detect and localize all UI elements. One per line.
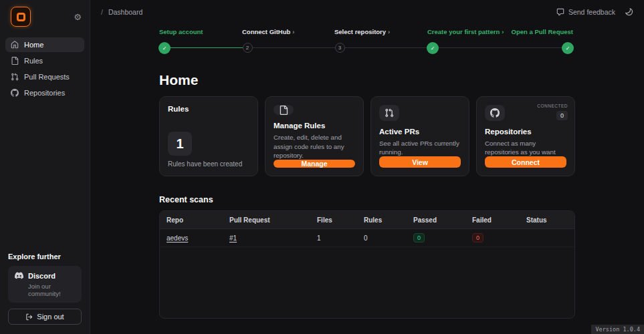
moon-icon xyxy=(625,7,633,16)
view-button[interactable]: View xyxy=(379,156,461,168)
column-header-repo: Repo xyxy=(167,216,229,224)
settings-gear-icon[interactable]: ⚙ xyxy=(74,13,82,21)
failed-badge: 0 xyxy=(472,233,484,242)
repositories-desc: Connect as many repositories as you want xyxy=(485,139,566,156)
breadcrumb: / Dashboard xyxy=(101,8,142,16)
repo-link[interactable]: aedevs xyxy=(167,234,188,242)
sidebar-item-label: Repositories xyxy=(24,89,65,97)
discord-subtitle: Join our community! xyxy=(15,283,75,297)
sidebar-item-rules[interactable]: Rules xyxy=(5,53,84,68)
dashboard-cards: Rules 1 Rules have been created Manage R… xyxy=(159,96,575,176)
breadcrumb-dashboard[interactable]: Dashboard xyxy=(108,8,142,16)
explore-further-heading: Explore further xyxy=(8,253,82,261)
rules-card-title: Rules xyxy=(168,105,249,113)
send-feedback-button[interactable]: Send feedback xyxy=(556,8,615,16)
onboarding-stepper: Setup account Connect GitHub› Select rep… xyxy=(159,28,575,57)
step-label-setup-account[interactable]: Setup account xyxy=(159,28,205,35)
version-label: Version 1.0.4 xyxy=(591,325,644,334)
topbar: / Dashboard Send feedback xyxy=(90,0,644,19)
discord-icon xyxy=(15,271,23,280)
stepper-track-complete xyxy=(165,47,247,48)
github-icon-box xyxy=(485,105,505,121)
github-icon xyxy=(11,89,19,97)
connected-indicator: CONNECTED 0 xyxy=(537,104,568,120)
connected-count-badge: 0 xyxy=(556,111,568,120)
sidebar-item-repositories[interactable]: Repositories xyxy=(5,86,84,100)
sign-out-icon xyxy=(25,313,33,321)
pull-request-icon xyxy=(385,108,394,118)
files-cell: 1 xyxy=(317,234,364,242)
pull-request-link[interactable]: #1 xyxy=(229,234,237,242)
breadcrumb-separator: / xyxy=(101,8,103,16)
table-header-row: Repo Pull Request Files Rules Passed Fai… xyxy=(160,211,574,229)
rules-stat-card: Rules 1 Rules have been created xyxy=(159,96,258,176)
rules-icon xyxy=(11,57,19,65)
discord-title: Discord xyxy=(28,272,56,280)
github-icon xyxy=(490,108,500,118)
column-header-rules: Rules xyxy=(364,216,413,224)
main-area: / Dashboard Send feedback Setup account … xyxy=(90,0,644,334)
sidebar-item-pull-requests[interactable]: Pull Requests xyxy=(5,69,84,84)
step-label-create-pattern[interactable]: Create your first pattern› xyxy=(427,28,504,35)
sidebar-item-label: Rules xyxy=(24,57,43,65)
active-prs-card: Active PRs See all active PRs currently … xyxy=(370,96,469,176)
rules-count: 1 xyxy=(168,132,192,156)
send-feedback-label: Send feedback xyxy=(568,8,615,16)
theme-toggle-button[interactable] xyxy=(625,7,633,16)
step-label-open-pr[interactable]: Open a Pull Request xyxy=(512,28,575,35)
sidebar-item-label: Home xyxy=(24,41,43,49)
table-row: aedevs #1 1 0 0 0 xyxy=(160,229,574,247)
step-label-connect-github[interactable]: Connect GitHub› xyxy=(242,28,294,35)
manage-rules-card: Manage Rules Create, edit, delete and as… xyxy=(265,96,364,176)
manage-rules-desc: Create, edit, delete and assign code rul… xyxy=(274,133,355,160)
repositories-card: CONNECTED 0 Repositories Connect as many… xyxy=(476,96,575,176)
column-header-files: Files xyxy=(317,216,364,224)
sign-out-label: Sign out xyxy=(37,313,64,321)
step-circle-2: 2 xyxy=(243,43,253,53)
step-label-select-repository[interactable]: Select repository› xyxy=(334,28,390,35)
column-header-failed: Failed xyxy=(472,216,526,224)
passed-badge: 0 xyxy=(413,233,425,242)
home-icon xyxy=(11,41,19,49)
recent-scans-table: Repo Pull Request Files Rules Passed Fai… xyxy=(159,210,575,319)
step-circle-4-check-icon: ✓ xyxy=(427,42,439,54)
column-header-pull-request: Pull Request xyxy=(229,216,317,224)
comment-icon xyxy=(556,8,564,16)
pull-request-icon xyxy=(11,73,19,81)
connect-button[interactable]: Connect xyxy=(485,156,566,168)
column-header-status: Status xyxy=(526,216,574,224)
app-logo-inner xyxy=(17,13,25,21)
step-circle-1-check-icon: ✓ xyxy=(158,42,171,54)
pull-request-icon-box xyxy=(379,105,399,121)
file-icon-box xyxy=(274,105,294,115)
rules-cell: 0 xyxy=(364,234,413,242)
step-circle-3: 3 xyxy=(335,43,345,53)
sign-out-button[interactable]: Sign out xyxy=(8,309,82,325)
sidebar-nav: Home Rules Pull Requests Repositories xyxy=(0,36,90,102)
sidebar-item-home[interactable]: Home xyxy=(5,37,84,52)
step-circle-5-check-icon: ✓ xyxy=(562,42,574,54)
connected-label: CONNECTED xyxy=(537,104,568,108)
active-prs-title: Active PRs xyxy=(379,128,461,136)
sidebar-item-label: Pull Requests xyxy=(24,73,70,81)
column-header-passed: Passed xyxy=(413,216,472,224)
sidebar: ⚙ Home Rules Pull Requests Repositories … xyxy=(0,0,90,334)
recent-scans-heading: Recent scans xyxy=(159,195,575,204)
manage-button[interactable]: Manage xyxy=(274,160,355,168)
app-logo[interactable] xyxy=(11,7,31,27)
manage-rules-title: Manage Rules xyxy=(274,122,355,130)
page-title: Home xyxy=(159,72,575,88)
active-prs-desc: See all active PRs currently running. xyxy=(379,139,461,156)
discord-card[interactable]: Discord Join our community! xyxy=(8,266,82,303)
file-icon xyxy=(279,106,288,115)
rules-card-caption: Rules have been created xyxy=(168,160,249,168)
repositories-title: Repositories xyxy=(485,128,566,136)
